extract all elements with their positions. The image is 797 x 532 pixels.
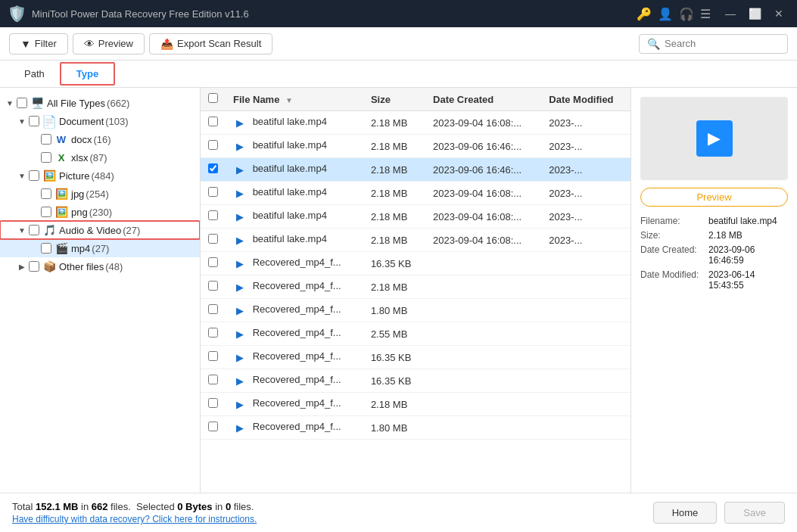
- menu-icon[interactable]: ☰: [700, 7, 711, 21]
- row-checkbox[interactable]: [208, 375, 218, 384]
- row-checkbox[interactable]: [208, 281, 218, 291]
- checkbox-all[interactable]: [17, 98, 27, 108]
- tree-item-audio-video[interactable]: ▼ 🎵 Audio & Video (27): [0, 221, 200, 239]
- row-checkbox[interactable]: [208, 398, 218, 408]
- search-input[interactable]: [665, 38, 780, 49]
- row-checkbox[interactable]: [208, 422, 218, 431]
- row-checkbox[interactable]: [208, 163, 218, 173]
- checkbox-jpg[interactable]: [41, 188, 51, 199]
- file-name: Recovered_mp4_f...: [253, 421, 341, 432]
- tree-item-picture[interactable]: ▼ 🖼️ Picture (484): [0, 166, 200, 185]
- file-date-created: 2023-09-04 16:08:...: [425, 229, 541, 252]
- preview-button[interactable]: 👁 Preview: [73, 33, 145, 54]
- row-checkbox[interactable]: [208, 187, 218, 197]
- tree-item-other[interactable]: ▶ 📦 Other files (48): [0, 257, 200, 275]
- file-size: 2.18 MB: [363, 182, 425, 205]
- user-icon[interactable]: 👤: [658, 7, 673, 21]
- table-row[interactable]: ▶ beatiful lake.mp4 2.18 MB 2023-09-04 1…: [201, 229, 630, 252]
- row-checkbox[interactable]: [208, 117, 218, 126]
- file-date-created: [425, 275, 541, 299]
- status-buttons: Home Save: [653, 502, 785, 524]
- tree-item-xlsx[interactable]: X xlsx (87): [0, 148, 200, 166]
- app-title: MiniTool Power Data Recovery Free Editio…: [32, 8, 637, 20]
- table-row[interactable]: ▶ beatiful lake.mp4 2.18 MB 2023-09-06 1…: [201, 135, 630, 158]
- checkbox-audio[interactable]: [29, 225, 39, 235]
- row-checkbox[interactable]: [208, 328, 218, 338]
- checkbox-pic[interactable]: [29, 170, 39, 181]
- export-button[interactable]: 📤 Export Scan Result: [149, 33, 272, 54]
- home-button[interactable]: Home: [653, 502, 718, 524]
- checkbox-other[interactable]: [29, 261, 39, 272]
- table-row[interactable]: ▶ Recovered_mp4_f... 16.35 KB: [201, 369, 630, 393]
- checkbox-mp4[interactable]: [41, 243, 51, 254]
- file-type-icon: ▶: [233, 186, 247, 200]
- expand-arrow-pic: ▼: [17, 172, 27, 180]
- row-checkbox[interactable]: [208, 210, 218, 220]
- file-name: beatiful lake.mp4: [253, 163, 327, 174]
- tree-item-jpg[interactable]: 🖼️ jpg (254): [0, 185, 200, 203]
- table-row[interactable]: ▶ Recovered_mp4_f... 1.80 MB: [201, 416, 630, 440]
- expand-arrow-doc: ▼: [17, 117, 27, 126]
- key-icon[interactable]: 🔑: [637, 7, 652, 21]
- table-row[interactable]: ▶ Recovered_mp4_f... 16.35 KB: [201, 346, 630, 369]
- tree-item-document[interactable]: ▼ 📄 Document (103): [0, 112, 200, 130]
- col-size[interactable]: Size: [363, 88, 425, 111]
- audio-video-icon: 🎵: [42, 223, 56, 237]
- file-size: 1.80 MB: [363, 416, 425, 440]
- close-button[interactable]: ✕: [768, 5, 789, 22]
- help-link[interactable]: Have difficulty with data recovery? Clic…: [12, 514, 257, 524]
- file-size: 2.18 MB: [363, 111, 425, 135]
- col-filename[interactable]: File Name ▼: [226, 88, 363, 111]
- table-row[interactable]: ▶ beatiful lake.mp4 2.18 MB 2023-09-04 1…: [201, 111, 630, 135]
- table-row[interactable]: ▶ Recovered_mp4_f... 2.18 MB: [201, 275, 630, 299]
- file-type-icon: ▶: [233, 116, 247, 129]
- checkbox-png[interactable]: [41, 207, 51, 217]
- tree-item-mp4[interactable]: 🎬 mp4 (27): [0, 239, 200, 257]
- checkbox-xlsx[interactable]: [41, 152, 51, 163]
- expand-arrow-all: ▼: [5, 99, 15, 107]
- tree-item-docx[interactable]: W docx (16): [0, 130, 200, 148]
- maximize-button[interactable]: ⬜: [744, 5, 765, 22]
- titlebar: 🛡️ MiniTool Power Data Recovery Free Edi…: [0, 0, 797, 27]
- tab-path[interactable]: Path: [9, 64, 60, 84]
- col-date-created[interactable]: Date Created: [425, 88, 541, 111]
- file-date-created: [425, 416, 541, 440]
- table-row[interactable]: ▶ Recovered_mp4_f... 1.80 MB: [201, 299, 630, 322]
- file-type-icon: ▶: [233, 421, 247, 434]
- row-checkbox[interactable]: [208, 234, 218, 244]
- headphones-icon[interactable]: 🎧: [679, 7, 694, 21]
- select-all-checkbox[interactable]: [208, 93, 218, 103]
- row-checkbox[interactable]: [208, 257, 218, 267]
- tree-item-png[interactable]: 🖼️ png (230): [0, 203, 200, 221]
- table-row[interactable]: ▶ beatiful lake.mp4 2.18 MB 2023-09-04 1…: [201, 205, 630, 229]
- table-row[interactable]: ▶ Recovered_mp4_f... 16.35 KB: [201, 252, 630, 275]
- file-name: Recovered_mp4_f...: [253, 327, 341, 338]
- minimize-button[interactable]: —: [720, 5, 741, 22]
- table-row[interactable]: ▶ Recovered_mp4_f... 2.18 MB: [201, 393, 630, 416]
- docx-icon: W: [54, 132, 68, 146]
- status-info: Total 152.1 MB in 662 files. Selected 0 …: [12, 501, 257, 524]
- file-name: beatiful lake.mp4: [253, 186, 327, 198]
- preview-action-button[interactable]: Preview: [640, 188, 788, 207]
- checkbox-doc[interactable]: [29, 116, 39, 126]
- table-row[interactable]: ▶ beatiful lake.mp4 2.18 MB 2023-09-04 1…: [201, 182, 630, 205]
- row-checkbox[interactable]: [208, 140, 218, 150]
- xlsx-icon: X: [54, 151, 68, 164]
- file-name: beatiful lake.mp4: [253, 210, 327, 221]
- save-button[interactable]: Save: [724, 502, 785, 524]
- col-date-modified[interactable]: Date Modified: [541, 88, 630, 111]
- app-logo: 🛡️: [8, 5, 26, 23]
- tree-item-all[interactable]: ▼ 🖥️ All File Types (662): [0, 94, 200, 112]
- row-checkbox[interactable]: [208, 351, 218, 361]
- file-date-modified: [541, 346, 630, 369]
- file-size: 2.18 MB: [363, 229, 425, 252]
- table-row[interactable]: ▶ Recovered_mp4_f... 2.55 MB: [201, 322, 630, 346]
- row-checkbox[interactable]: [208, 304, 218, 314]
- meta-filename-row: Filename: beatiful lake.mp4: [640, 216, 788, 226]
- file-date-modified: [541, 369, 630, 393]
- other-icon: 📦: [42, 260, 56, 273]
- table-row[interactable]: ▶ beatiful lake.mp4 2.18 MB 2023-09-06 1…: [201, 158, 630, 182]
- checkbox-docx[interactable]: [41, 134, 51, 145]
- filter-button[interactable]: ▼ Filter: [9, 33, 68, 54]
- tab-type[interactable]: Type: [60, 62, 115, 86]
